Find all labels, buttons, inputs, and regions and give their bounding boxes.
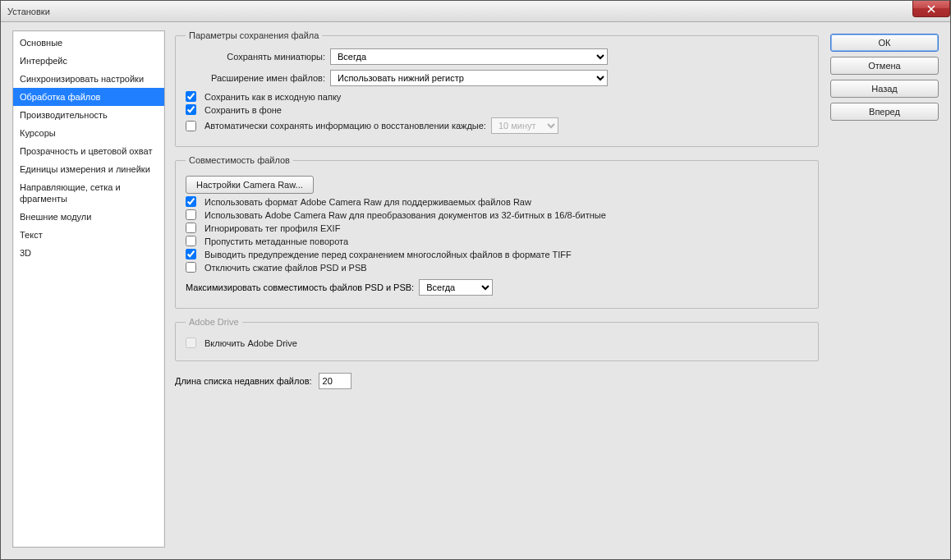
disable-psd-compress-label[interactable]: Отключить сжатие файлов PSD и PSB	[204, 263, 367, 273]
recent-files-label: Длина списка недавних файлов:	[175, 376, 312, 386]
thumbnails-select[interactable]: Всегда	[330, 48, 608, 65]
ignore-exif-checkbox[interactable]	[186, 223, 196, 233]
window-title: Установки	[7, 7, 50, 16]
category-sidebar: Основные Интерфейс Синхронизировать наст…	[12, 30, 165, 548]
recent-files-row: Длина списка недавних файлов:	[175, 373, 819, 389]
skip-rotation-label[interactable]: Пропустить метаданные поворота	[204, 236, 348, 246]
camera-raw-settings-button[interactable]: Настройки Camera Raw...	[186, 176, 314, 194]
group-adobe-drive: Adobe Drive Включить Adobe Drive	[175, 317, 819, 361]
auto-save-interval-select: 10 минут	[491, 117, 558, 134]
sidebar-item-3d[interactable]: 3D	[13, 244, 164, 262]
group-file-save: Параметры сохранения файла Сохранять мин…	[175, 30, 819, 147]
sidebar-item-plugins[interactable]: Внешние модули	[13, 208, 164, 226]
skip-rotation-checkbox[interactable]	[186, 236, 196, 246]
sidebar-item-interface[interactable]: Интерфейс	[13, 52, 164, 70]
use-acr-convert-checkbox[interactable]	[186, 209, 196, 220]
extension-label: Расширение имен файлов:	[186, 73, 325, 83]
sidebar-item-sync-settings[interactable]: Синхронизировать настройки	[13, 70, 164, 88]
use-acr-raw-checkbox[interactable]	[186, 196, 196, 207]
sidebar-item-guides[interactable]: Направляющие, сетка и фрагменты	[13, 178, 164, 208]
save-background-checkbox[interactable]	[186, 104, 196, 115]
recent-files-input[interactable]	[319, 373, 351, 389]
use-acr-convert-label[interactable]: Использовать Adobe Camera Raw для преобр…	[204, 210, 606, 220]
disable-psd-compress-checkbox[interactable]	[186, 262, 196, 273]
group-file-compat-legend: Совместимость файлов	[186, 155, 293, 165]
warn-tiff-checkbox[interactable]	[186, 249, 196, 259]
sidebar-item-units[interactable]: Единицы измерения и линейки	[13, 160, 164, 178]
thumbnails-label: Сохранять миниатюры:	[186, 52, 325, 62]
back-button[interactable]: Назад	[830, 80, 939, 98]
titlebar: Установки	[1, 1, 950, 22]
group-file-save-legend: Параметры сохранения файла	[186, 30, 322, 40]
ignore-exif-label[interactable]: Игнорировать тег профиля EXIF	[204, 223, 340, 233]
auto-save-checkbox[interactable]	[186, 121, 196, 131]
forward-button[interactable]: Вперед	[830, 103, 939, 121]
warn-tiff-label[interactable]: Выводить предупреждение перед сохранение…	[204, 250, 572, 259]
sidebar-item-text[interactable]: Текст	[13, 226, 164, 244]
preferences-window: Установки Основные Интерфейс Синхронизир…	[0, 0, 951, 560]
close-button[interactable]	[912, 1, 950, 17]
save-original-folder-label[interactable]: Сохранить как в исходную папку	[204, 92, 341, 102]
sidebar-item-performance[interactable]: Производительность	[13, 106, 164, 124]
save-background-label[interactable]: Сохранить в фоне	[204, 105, 282, 115]
main-area: Параметры сохранения файла Сохранять мин…	[175, 30, 939, 548]
auto-save-label[interactable]: Автоматически сохранять информацию о вос…	[204, 121, 486, 131]
dialog-buttons: ОК Отмена Назад Вперед	[830, 30, 939, 548]
ok-button[interactable]: ОК	[830, 34, 939, 52]
use-acr-raw-label[interactable]: Использовать формат Adobe Camera Raw для…	[204, 197, 531, 207]
sidebar-item-cursors[interactable]: Курсоры	[13, 124, 164, 142]
group-file-compat: Совместимость файлов Настройки Camera Ra…	[175, 155, 819, 309]
close-icon	[927, 5, 935, 13]
save-original-folder-checkbox[interactable]	[186, 91, 196, 102]
extension-select[interactable]: Использовать нижний регистр	[330, 70, 608, 86]
sidebar-item-general[interactable]: Основные	[13, 34, 164, 52]
settings-column: Параметры сохранения файла Сохранять мин…	[175, 30, 819, 548]
maximize-compat-label: Максимизировать совместимость файлов PSD…	[186, 282, 414, 292]
sidebar-item-transparency[interactable]: Прозрачность и цветовой охват	[13, 142, 164, 160]
enable-drive-checkbox	[186, 337, 196, 348]
content-area: Основные Интерфейс Синхронизировать наст…	[1, 22, 950, 559]
enable-drive-label: Включить Adobe Drive	[204, 338, 297, 348]
cancel-button[interactable]: Отмена	[830, 57, 939, 75]
sidebar-item-file-handling[interactable]: Обработка файлов	[13, 88, 164, 106]
maximize-compat-select[interactable]: Всегда	[419, 279, 493, 296]
group-adobe-drive-legend: Adobe Drive	[186, 317, 242, 327]
